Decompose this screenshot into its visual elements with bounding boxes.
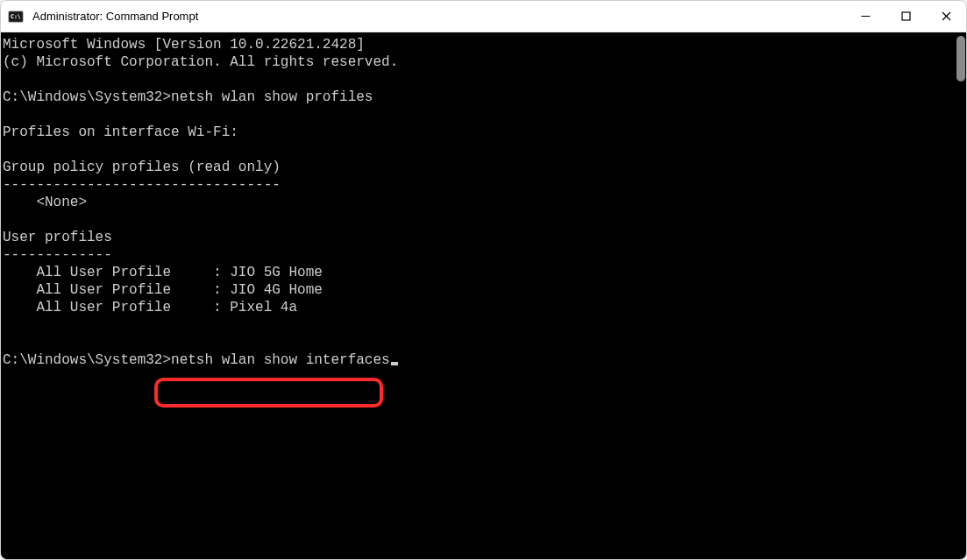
window-title: Administrator: Command Prompt	[32, 10, 198, 23]
titlebar[interactable]: C:\ Administrator: Command Prompt	[1, 1, 966, 32]
terminal-output: Microsoft Windows [Version 10.0.22621.24…	[1, 32, 966, 372]
output-line: (c) Microsoft Corporation. All rights re…	[3, 54, 398, 70]
annotation-highlight	[154, 378, 383, 408]
output-line: <None>	[3, 195, 87, 210]
prompt-path: C:\Windows\System32>	[3, 352, 171, 368]
scrollbar-thumb[interactable]	[956, 36, 965, 82]
svg-text:C:\: C:\	[11, 13, 21, 20]
output-line: -------------	[3, 247, 112, 263]
output-line: User profiles	[3, 230, 112, 245]
terminal-area[interactable]: Microsoft Windows [Version 10.0.22621.24…	[1, 32, 966, 559]
prompt-path: C:\Windows\System32>	[3, 89, 171, 105]
scrollbar[interactable]	[953, 34, 965, 550]
maximize-button[interactable]	[885, 1, 926, 32]
output-line: All User Profile : JIO 5G Home	[3, 265, 323, 280]
command-prompt-window: C:\ Administrator: Command Prompt Micros…	[0, 0, 967, 560]
command-text: netsh wlan show interfaces	[171, 352, 390, 368]
cmd-icon: C:\	[8, 9, 24, 25]
minimize-button[interactable]	[845, 1, 885, 32]
cursor	[391, 362, 398, 365]
command-text: netsh wlan show profiles	[171, 89, 373, 105]
output-line: ---------------------------------	[3, 177, 281, 193]
close-button[interactable]	[926, 1, 966, 32]
output-line: All User Profile : Pixel 4a	[3, 300, 297, 315]
svg-rect-3	[902, 12, 910, 20]
output-line: Profiles on interface Wi-Fi:	[3, 124, 238, 140]
output-line: Microsoft Windows [Version 10.0.22621.24…	[3, 37, 365, 53]
window-controls	[845, 1, 966, 32]
output-line: All User Profile : JIO 4G Home	[3, 282, 323, 298]
output-line: Group policy profiles (read only)	[3, 159, 281, 175]
